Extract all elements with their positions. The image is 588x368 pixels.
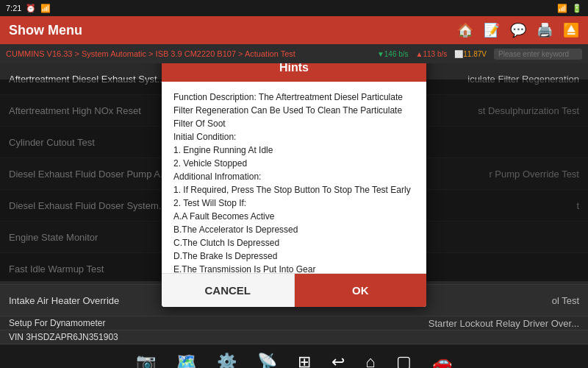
back-icon[interactable]: ↩ bbox=[331, 353, 345, 368]
signal-icon: 📶 bbox=[40, 4, 51, 13]
dialog-content: Function Description: The Aftertreatment… bbox=[173, 92, 411, 273]
dialog-body: Function Description: The Aftertreatment… bbox=[162, 82, 426, 273]
dialog-header: Hints bbox=[162, 63, 426, 82]
edit-icon[interactable]: 📝 bbox=[484, 22, 500, 38]
alarm-icon: ⏰ bbox=[26, 4, 36, 13]
header-title: Show Menu bbox=[9, 23, 82, 38]
upload-speed: ▲113 b/s bbox=[416, 50, 448, 58]
square-icon[interactable]: ▢ bbox=[396, 353, 412, 368]
ok-button[interactable]: OK bbox=[295, 274, 427, 307]
grid-icon[interactable]: ⊞ bbox=[298, 353, 311, 368]
setup-label: Setup For Dynamometer bbox=[9, 318, 105, 328]
bottom-list-area: Setup For Dynamometer Starter Lockout Re… bbox=[0, 316, 588, 344]
list-item-setup[interactable]: Setup For Dynamometer Starter Lockout Re… bbox=[0, 316, 588, 330]
exit-icon[interactable]: ⏏️ bbox=[563, 22, 579, 38]
search-input[interactable] bbox=[494, 49, 582, 60]
home-icon[interactable]: 🏠 bbox=[457, 22, 473, 38]
time-display: 7:21 bbox=[6, 4, 21, 13]
hints-dialog: Hints Function Description: The Aftertre… bbox=[162, 63, 426, 307]
wifi-icon: 📶 bbox=[557, 4, 567, 13]
setup-right: Starter Lockout Relay Driver Over... bbox=[429, 318, 579, 329]
cancel-button[interactable]: CANCEL bbox=[162, 274, 295, 307]
breadcrumb-path: CUMMINS V16.33 > System Automatic > ISB … bbox=[6, 49, 295, 58]
breadcrumb-bar: CUMMINS V16.33 > System Automatic > ISB … bbox=[0, 44, 588, 63]
wireless-icon[interactable]: 📡 bbox=[257, 353, 277, 368]
print-icon[interactable]: 🖨️ bbox=[537, 22, 553, 38]
dialog-title: Hints bbox=[279, 63, 309, 74]
list-item-vin[interactable]: VIN 3HSDZAPR6JN351903 bbox=[0, 330, 588, 344]
bottom-nav-bar: 📷 🗺️ ⚙️ 📡 ⊞ ↩ ⌂ ▢ 🚗 bbox=[0, 344, 588, 368]
header-icons: 🏠 📝 💬 🖨️ ⏏️ bbox=[457, 22, 579, 38]
maps-icon[interactable]: 🗺️ bbox=[176, 353, 196, 368]
app-header: Show Menu 🏠 📝 💬 🖨️ ⏏️ bbox=[0, 16, 588, 44]
status-bar-left: 7:21 ⏰ 📶 bbox=[6, 4, 51, 13]
main-content: Aftertreatment Diesel Exhaust Syst... ic… bbox=[0, 63, 588, 316]
list-item-right: ol Test bbox=[552, 295, 579, 306]
battery-icon: 🔋 bbox=[572, 4, 582, 13]
camera-icon[interactable]: 📷 bbox=[136, 353, 156, 368]
settings-icon[interactable]: ⚙️ bbox=[217, 353, 237, 368]
list-item-left: Intake Air Heater Override bbox=[9, 295, 119, 306]
breadcrumb-right: ▼146 b/s ▲113 b/s ⬜11.87V bbox=[377, 49, 582, 60]
chat-icon[interactable]: 💬 bbox=[510, 22, 526, 38]
vin-label: VIN 3HSDZAPR6JN351903 bbox=[9, 332, 118, 342]
voltage-display: ⬜11.87V bbox=[454, 50, 487, 58]
home-nav-icon[interactable]: ⌂ bbox=[365, 353, 375, 368]
download-speed: ▼146 b/s bbox=[377, 50, 409, 58]
car-icon[interactable]: 🚗 bbox=[432, 353, 452, 368]
status-bar-right: 📶 🔋 bbox=[557, 4, 582, 13]
status-bar: 7:21 ⏰ 📶 📶 🔋 bbox=[0, 0, 588, 16]
modal-overlay: Hints Function Description: The Aftertre… bbox=[0, 79, 588, 281]
dialog-footer: CANCEL OK bbox=[162, 273, 426, 307]
